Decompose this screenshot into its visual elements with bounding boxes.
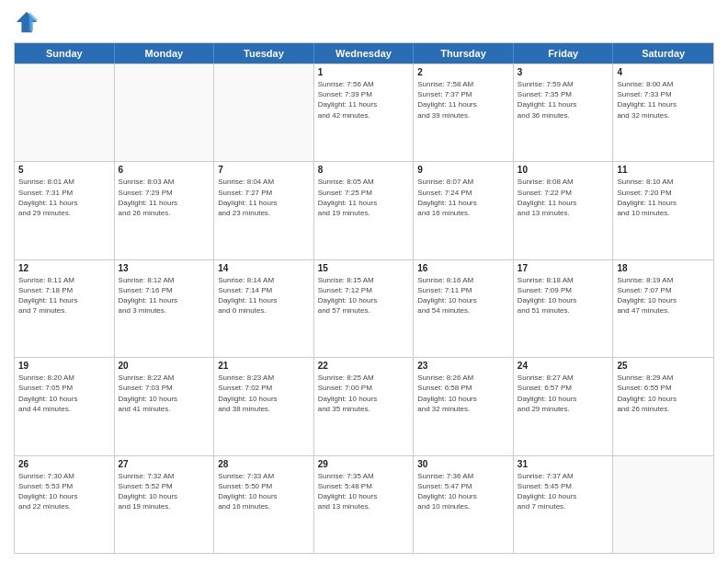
calendar-cell: 23Sunrise: 8:26 AM Sunset: 6:58 PM Dayli…	[414, 358, 514, 454]
day-number: 30	[417, 459, 509, 469]
calendar-header-cell: Saturday	[613, 43, 713, 63]
calendar-cell: 19Sunrise: 8:20 AM Sunset: 7:05 PM Dayli…	[15, 358, 115, 454]
calendar-cell: 13Sunrise: 8:12 AM Sunset: 7:16 PM Dayli…	[115, 260, 215, 357]
calendar-cell: 25Sunrise: 8:29 AM Sunset: 6:55 PM Dayli…	[613, 358, 713, 454]
calendar-cell: 14Sunrise: 8:14 AM Sunset: 7:14 PM Dayli…	[214, 260, 314, 357]
day-info: Sunrise: 7:32 AM Sunset: 5:52 PM Dayligh…	[119, 471, 210, 512]
day-number: 6	[119, 165, 210, 175]
day-info: Sunrise: 8:08 AM Sunset: 7:22 PM Dayligh…	[518, 177, 609, 218]
day-number: 7	[218, 165, 310, 175]
day-number: 23	[417, 361, 509, 371]
calendar-cell: 3Sunrise: 7:59 AM Sunset: 7:35 PM Daylig…	[514, 64, 614, 161]
day-number: 16	[417, 263, 509, 273]
calendar-header-cell: Sunday	[15, 43, 115, 63]
calendar-cell: 15Sunrise: 8:15 AM Sunset: 7:12 PM Dayli…	[314, 260, 415, 357]
calendar-header-cell: Monday	[115, 43, 215, 63]
day-info: Sunrise: 8:26 AM Sunset: 6:58 PM Dayligh…	[417, 373, 509, 414]
calendar-cell: 4Sunrise: 8:00 AM Sunset: 7:33 PM Daylig…	[613, 64, 713, 161]
day-number: 14	[218, 263, 310, 273]
calendar-cell: 21Sunrise: 8:23 AM Sunset: 7:02 PM Dayli…	[214, 358, 314, 454]
calendar-cell: 18Sunrise: 8:19 AM Sunset: 7:07 PM Dayli…	[613, 260, 713, 357]
page: SundayMondayTuesdayWednesdayThursdayFrid…	[0, 0, 728, 563]
day-number: 21	[218, 361, 310, 371]
calendar-cell: 20Sunrise: 8:22 AM Sunset: 7:03 PM Dayli…	[115, 358, 215, 454]
day-number: 13	[119, 263, 210, 273]
calendar-cell: 12Sunrise: 8:11 AM Sunset: 7:18 PM Dayli…	[15, 260, 115, 357]
day-number: 17	[518, 263, 609, 273]
day-info: Sunrise: 8:29 AM Sunset: 6:55 PM Dayligh…	[617, 373, 710, 414]
calendar-cell: 1Sunrise: 7:56 AM Sunset: 7:39 PM Daylig…	[314, 64, 415, 161]
calendar-cell: 17Sunrise: 8:18 AM Sunset: 7:09 PM Dayli…	[514, 260, 614, 357]
calendar-cell	[15, 64, 115, 161]
day-number: 10	[518, 165, 609, 175]
calendar-cell: 28Sunrise: 7:33 AM Sunset: 5:50 PM Dayli…	[214, 456, 314, 553]
calendar-cell: 24Sunrise: 8:27 AM Sunset: 6:57 PM Dayli…	[514, 358, 614, 454]
day-info: Sunrise: 8:14 AM Sunset: 7:14 PM Dayligh…	[218, 275, 310, 316]
day-info: Sunrise: 8:22 AM Sunset: 7:03 PM Dayligh…	[119, 373, 210, 414]
calendar-cell	[214, 64, 314, 161]
day-number: 28	[218, 459, 310, 469]
calendar-header-cell: Thursday	[414, 43, 514, 63]
svg-marker-0	[17, 12, 37, 32]
calendar-cell: 22Sunrise: 8:25 AM Sunset: 7:00 PM Dayli…	[314, 358, 415, 454]
day-info: Sunrise: 8:12 AM Sunset: 7:16 PM Dayligh…	[119, 275, 210, 316]
day-info: Sunrise: 7:30 AM Sunset: 5:53 PM Dayligh…	[18, 471, 110, 512]
day-info: Sunrise: 8:19 AM Sunset: 7:07 PM Dayligh…	[617, 275, 710, 316]
calendar-row: 26Sunrise: 7:30 AM Sunset: 5:53 PM Dayli…	[15, 455, 713, 553]
day-info: Sunrise: 8:20 AM Sunset: 7:05 PM Dayligh…	[18, 373, 110, 414]
day-number: 2	[417, 67, 509, 77]
day-number: 20	[119, 361, 210, 371]
day-number: 24	[518, 361, 609, 371]
day-info: Sunrise: 8:05 AM Sunset: 7:25 PM Dayligh…	[318, 177, 410, 218]
day-info: Sunrise: 8:03 AM Sunset: 7:29 PM Dayligh…	[119, 177, 210, 218]
day-info: Sunrise: 8:11 AM Sunset: 7:18 PM Dayligh…	[18, 275, 110, 316]
calendar-header-cell: Tuesday	[214, 43, 314, 63]
calendar: SundayMondayTuesdayWednesdayThursdayFrid…	[14, 42, 714, 554]
day-number: 19	[18, 361, 110, 371]
calendar-cell: 10Sunrise: 8:08 AM Sunset: 7:22 PM Dayli…	[514, 162, 614, 259]
calendar-body: 1Sunrise: 7:56 AM Sunset: 7:39 PM Daylig…	[15, 63, 713, 553]
calendar-header-cell: Friday	[514, 43, 614, 63]
calendar-cell	[115, 64, 215, 161]
day-info: Sunrise: 8:27 AM Sunset: 6:57 PM Dayligh…	[518, 373, 609, 414]
calendar-cell: 8Sunrise: 8:05 AM Sunset: 7:25 PM Daylig…	[314, 162, 415, 259]
calendar-cell: 27Sunrise: 7:32 AM Sunset: 5:52 PM Dayli…	[115, 456, 215, 553]
day-info: Sunrise: 8:16 AM Sunset: 7:11 PM Dayligh…	[417, 275, 509, 316]
calendar-row: 19Sunrise: 8:20 AM Sunset: 7:05 PM Dayli…	[15, 357, 713, 454]
calendar-cell: 11Sunrise: 8:10 AM Sunset: 7:20 PM Dayli…	[613, 162, 713, 259]
day-number: 8	[318, 165, 410, 175]
day-info: Sunrise: 8:18 AM Sunset: 7:09 PM Dayligh…	[518, 275, 609, 316]
calendar-cell: 7Sunrise: 8:04 AM Sunset: 7:27 PM Daylig…	[214, 162, 314, 259]
day-number: 15	[318, 263, 410, 273]
day-info: Sunrise: 8:10 AM Sunset: 7:20 PM Dayligh…	[617, 177, 710, 218]
logo	[14, 9, 43, 35]
calendar-row: 12Sunrise: 8:11 AM Sunset: 7:18 PM Dayli…	[15, 259, 713, 357]
day-number: 12	[18, 263, 110, 273]
day-info: Sunrise: 8:04 AM Sunset: 7:27 PM Dayligh…	[218, 177, 310, 218]
calendar-cell	[613, 456, 713, 553]
day-info: Sunrise: 7:35 AM Sunset: 5:48 PM Dayligh…	[318, 471, 410, 512]
day-info: Sunrise: 8:00 AM Sunset: 7:33 PM Dayligh…	[617, 79, 710, 121]
day-number: 18	[617, 263, 710, 273]
day-info: Sunrise: 7:36 AM Sunset: 5:47 PM Dayligh…	[417, 471, 509, 512]
logo-icon	[14, 9, 40, 35]
day-number: 22	[318, 361, 410, 371]
calendar-row: 1Sunrise: 7:56 AM Sunset: 7:39 PM Daylig…	[15, 63, 713, 161]
day-number: 11	[617, 165, 710, 175]
day-number: 4	[617, 67, 710, 77]
day-number: 1	[318, 67, 410, 77]
calendar-header: SundayMondayTuesdayWednesdayThursdayFrid…	[15, 43, 713, 63]
calendar-cell: 9Sunrise: 8:07 AM Sunset: 7:24 PM Daylig…	[414, 162, 514, 259]
calendar-header-cell: Wednesday	[314, 43, 415, 63]
day-number: 25	[617, 361, 710, 371]
day-number: 26	[18, 459, 110, 469]
calendar-cell: 31Sunrise: 7:37 AM Sunset: 5:45 PM Dayli…	[514, 456, 614, 553]
day-info: Sunrise: 7:58 AM Sunset: 7:37 PM Dayligh…	[417, 79, 509, 121]
day-info: Sunrise: 8:23 AM Sunset: 7:02 PM Dayligh…	[218, 373, 310, 414]
day-number: 27	[119, 459, 210, 469]
day-number: 29	[318, 459, 410, 469]
day-info: Sunrise: 8:15 AM Sunset: 7:12 PM Dayligh…	[318, 275, 410, 316]
calendar-cell: 16Sunrise: 8:16 AM Sunset: 7:11 PM Dayli…	[414, 260, 514, 357]
day-info: Sunrise: 7:59 AM Sunset: 7:35 PM Dayligh…	[518, 79, 609, 121]
day-info: Sunrise: 8:07 AM Sunset: 7:24 PM Dayligh…	[417, 177, 509, 218]
